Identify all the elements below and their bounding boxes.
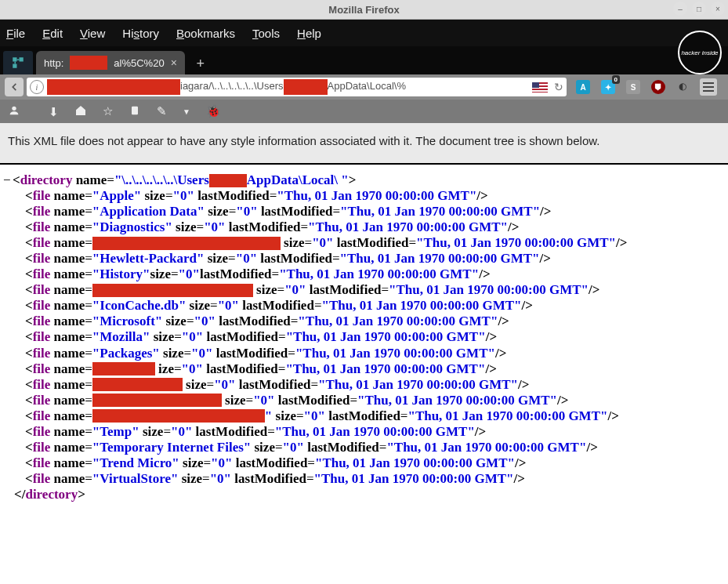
xml-value: "Thu, 01 Jan 1970 00:00:00 GMT"	[340, 204, 540, 219]
xml-attr: name	[50, 346, 85, 361]
menu-edit[interactable]: Edit	[42, 27, 63, 40]
xml-value: "Thu, 01 Jan 1970 00:00:00 GMT"	[298, 314, 498, 328]
xml-attr: name	[50, 329, 85, 344]
xml-value: "Application Data"	[92, 204, 205, 219]
ublock-icon[interactable]: ⛊	[651, 80, 665, 94]
xml-attr: lastModified	[275, 393, 350, 408]
xml-attr: name	[50, 235, 85, 250]
hamburger-menu[interactable]	[700, 78, 717, 96]
extension-a-icon[interactable]: A	[576, 80, 590, 94]
xml-attr: ize	[155, 361, 174, 376]
window-title: Mozilla Firefox	[328, 4, 399, 16]
xml-file-entry: <file name= ize="0" lastModified="Thu, 0…	[3, 361, 725, 377]
home-icon[interactable]	[74, 104, 87, 119]
xml-attr: lastModified	[258, 204, 333, 219]
xml-attr: name	[50, 204, 85, 219]
xml-value: "Thu, 01 Jan 1970 00:00:00 GMT"	[308, 219, 508, 234]
xml-value: "0"	[236, 204, 257, 219]
xml-value: "Thu, 01 Jan 1970 00:00:00 GMT"	[386, 440, 586, 455]
new-tab-button[interactable]: +	[190, 53, 212, 74]
xml-value: "Thu, 01 Jan 1970 00:00:00 GMT"	[407, 408, 607, 423]
redaction	[284, 79, 328, 95]
xml-file-entry: <file name="Apple" size="0" lastModified…	[3, 188, 725, 204]
xml-attr: lastModified	[192, 424, 267, 439]
xml-attr: size	[139, 424, 164, 439]
extension-dark-icon[interactable]: ◐	[676, 81, 689, 93]
xml-value: "Mozilla"	[92, 329, 150, 344]
extension-b-icon[interactable]: ✦0	[601, 80, 615, 94]
chevron-down-icon[interactable]: ▼	[183, 107, 190, 116]
active-tab[interactable]: http:al%5C%20 ×	[36, 51, 185, 74]
menu-bookmarks[interactable]: Bookmarks	[176, 27, 235, 40]
xml-file-entry: <file name="Microsoft" size="0" lastModi…	[3, 314, 725, 329]
profile-icon[interactable]	[8, 104, 20, 119]
xml-value: "Diagnostics"	[92, 219, 172, 234]
xml-attr: lastModified	[203, 329, 278, 344]
xml-value: "Thu, 01 Jan 1970 00:00:00 GMT"	[285, 361, 485, 376]
xml-attr: name	[50, 219, 85, 234]
redaction	[92, 394, 222, 407]
xml-attr: size	[222, 393, 246, 408]
download-icon[interactable]: ⬇	[36, 103, 59, 119]
xml-value: "Thu, 01 Jan 1970 00:00:00 GMT"	[277, 188, 476, 203]
xml-tag: file	[33, 267, 51, 281]
flag-icon[interactable]	[532, 82, 548, 92]
xml-file-entry: <file name= size="0" lastModified="Thu, …	[3, 282, 725, 298]
xml-attr: name	[50, 455, 85, 470]
xml-value: "0"	[204, 219, 225, 234]
redaction	[47, 79, 180, 95]
xml-value: "0"	[182, 361, 203, 376]
menu-view[interactable]: View	[80, 27, 105, 40]
menu-help[interactable]: Help	[297, 27, 321, 40]
network-icon	[11, 56, 25, 70]
xml-value: "0"	[283, 440, 304, 455]
xml-attr: size	[160, 346, 184, 361]
xml-attr: lastModified	[212, 346, 288, 361]
xml-attr: lastModified	[231, 471, 306, 486]
xml-value: "Thu, 01 Jan 1970 00:00:00 GMT"	[318, 377, 518, 392]
tab-pinned[interactable]	[3, 51, 33, 74]
xml-file-entry: <file name="Application Data" size="0" l…	[3, 204, 725, 219]
wand-icon[interactable]: ✎	[157, 104, 167, 118]
xml-attr: size	[253, 282, 277, 297]
xml-value: "	[265, 408, 272, 423]
xml-value: "0"	[194, 314, 216, 328]
xml-value: "0"	[253, 393, 274, 408]
xml-value: "0"	[179, 267, 200, 281]
url-input[interactable]: i iagara/\..\..\..\..\..\UsersAppData\Lo…	[27, 78, 567, 96]
bookmarks-toolbar: ⬇ ☆ ✎ ▼ 🐞	[0, 100, 728, 123]
xml-value: "Temporary Internet Files"	[92, 440, 251, 455]
window-titlebar: Mozilla Firefox – □ ×	[0, 0, 728, 20]
xml-value: "0"	[284, 282, 306, 297]
close-button[interactable]: ×	[711, 2, 725, 16]
menu-tools[interactable]: Tools	[252, 27, 280, 40]
xml-value: "History"	[92, 267, 150, 281]
xml-attr: lastModified	[236, 377, 311, 392]
maximize-button[interactable]: □	[692, 2, 706, 16]
xml-tag: file	[33, 251, 51, 266]
xml-tag: file	[33, 393, 51, 408]
extension-s-icon[interactable]: S	[626, 80, 640, 94]
bug-icon[interactable]: 🐞	[206, 104, 221, 118]
xml-attr: lastModified	[200, 267, 272, 281]
menu-file[interactable]: File	[6, 27, 25, 40]
clipboard-icon[interactable]	[129, 104, 141, 119]
xml-value: "Thu, 01 Jan 1970 00:00:00 GMT"	[286, 329, 486, 344]
xml-attr: size	[141, 188, 165, 203]
tab-close-icon[interactable]: ×	[171, 56, 177, 69]
xml-value: "0"	[210, 471, 231, 486]
site-info-icon[interactable]: i	[30, 80, 44, 94]
menu-history[interactable]: History	[122, 27, 159, 40]
xml-attr: name	[50, 361, 85, 376]
refresh-button[interactable]: ↻	[554, 81, 563, 93]
xml-tag: file	[33, 282, 51, 297]
back-button[interactable]	[5, 78, 24, 96]
minimize-button[interactable]: –	[673, 2, 687, 16]
xml-value: "IconCache.db"	[92, 298, 186, 313]
xml-attr: name	[50, 251, 85, 266]
star-icon[interactable]: ☆	[103, 104, 113, 118]
xml-tag: file	[33, 408, 51, 423]
xml-attr: size	[251, 440, 275, 455]
redaction	[92, 284, 253, 297]
xml-attr: lastModified	[325, 408, 400, 423]
